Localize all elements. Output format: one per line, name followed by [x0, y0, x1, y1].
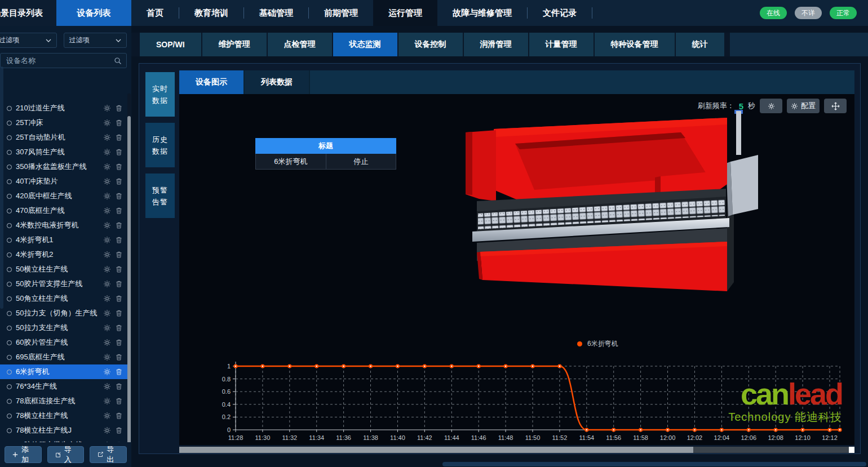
device-list-item[interactable]: 210过道生产线: [0, 101, 127, 115]
gear-icon[interactable]: [103, 295, 111, 303]
device-list-item[interactable]: 60胶片管生产线: [0, 335, 127, 350]
subnav-status-monitor[interactable]: 状态监测: [333, 33, 398, 56]
tab-device-list[interactable]: 设备列表: [56, 0, 131, 26]
gear-icon[interactable]: [103, 309, 111, 317]
trash-icon[interactable]: [115, 163, 123, 171]
gear-icon[interactable]: [103, 236, 111, 244]
trash-icon[interactable]: [115, 207, 123, 215]
subnav-sop-wi[interactable]: SOP/WI: [140, 33, 202, 56]
device-list-item[interactable]: 25T自动垫片机: [0, 130, 127, 145]
menu-item-fault-maintenance[interactable]: 故障与维修管理: [437, 0, 527, 26]
settings-button[interactable]: [760, 99, 782, 113]
tab-device-diagram[interactable]: 设备图示: [179, 70, 245, 94]
menu-item-file-records[interactable]: 文件记录: [528, 0, 592, 26]
gear-icon[interactable]: [103, 119, 111, 127]
gear-icon[interactable]: [103, 207, 111, 215]
device-list-item[interactable]: 695底框生产线: [0, 350, 127, 364]
trash-icon[interactable]: [115, 192, 123, 200]
trash-icon[interactable]: [115, 148, 123, 156]
tab-scene-list[interactable]: 场景目录列表: [0, 0, 56, 26]
gear-icon[interactable]: [103, 397, 111, 405]
gear-icon[interactable]: [103, 104, 111, 112]
gear-icon[interactable]: [103, 265, 111, 273]
page-vertical-scrollbar[interactable]: [0, 66, 3, 309]
scrollbar-end-cap[interactable]: [849, 447, 854, 453]
trash-icon[interactable]: [115, 383, 123, 390]
trash-icon[interactable]: [115, 119, 123, 127]
gear-icon[interactable]: [103, 280, 111, 288]
trash-icon[interactable]: [115, 134, 123, 141]
subnav-lubrication[interactable]: 润滑管理: [464, 33, 529, 56]
gear-icon[interactable]: [103, 368, 111, 376]
tab-alarm-warning[interactable]: 预警告警: [145, 174, 175, 218]
device-list-item[interactable]: 78横立柱生产线J: [0, 423, 127, 438]
sidebar-scrollbar-thumb[interactable]: [127, 116, 131, 454]
device-list-item[interactable]: 4米折弯机2: [0, 247, 127, 262]
trash-icon[interactable]: [115, 397, 123, 405]
device-list-item[interactable]: 50拉力支生产线: [0, 321, 127, 335]
device-list-item[interactable]: 470底框生产线: [0, 203, 127, 218]
tab-history-data[interactable]: 历史数据: [145, 123, 175, 167]
trash-icon[interactable]: [115, 412, 123, 420]
device-list-item[interactable]: 50横立柱生产线: [0, 262, 127, 277]
gear-icon[interactable]: [103, 383, 111, 390]
gear-icon[interactable]: [103, 163, 111, 171]
trash-icon[interactable]: [115, 426, 123, 434]
device-list-item[interactable]: 76*34生产线: [0, 379, 127, 394]
gear-icon[interactable]: [103, 426, 111, 434]
trash-icon[interactable]: [115, 368, 123, 376]
device-list-item[interactable]: 4米折弯机1: [0, 233, 127, 247]
menu-item-operation-mgmt[interactable]: 运行管理: [373, 0, 437, 26]
device-list-item[interactable]: 40T冲床垫片: [0, 174, 127, 189]
device-list-item-selected[interactable]: 6米折弯机: [0, 364, 127, 379]
gear-icon[interactable]: [103, 251, 111, 259]
device-list-item[interactable]: 50拉力支（切角）生产线: [0, 306, 127, 321]
menu-item-training[interactable]: 教育培训: [179, 0, 243, 26]
trash-icon[interactable]: [115, 280, 123, 288]
trash-icon[interactable]: [115, 324, 123, 332]
gear-icon[interactable]: [103, 353, 111, 361]
import-button[interactable]: 导入: [47, 446, 85, 463]
device-list-item[interactable]: 50角立柱生产线: [0, 291, 127, 306]
filter-dropdown-2[interactable]: 过滤项: [64, 33, 127, 48]
trash-icon[interactable]: [115, 104, 123, 112]
config-button[interactable]: 配置: [787, 99, 820, 113]
menu-item-early-mgmt[interactable]: 前期管理: [309, 0, 373, 26]
chart-legend[interactable]: 6米折弯机: [577, 339, 618, 349]
machine-3d-view[interactable]: [457, 110, 758, 296]
trash-icon[interactable]: [115, 265, 123, 273]
trash-icon[interactable]: [115, 236, 123, 244]
scrollbar-thumb[interactable]: [179, 447, 693, 453]
subnav-metering[interactable]: 计量管理: [529, 33, 595, 56]
device-search-input[interactable]: [5, 56, 114, 65]
trash-icon[interactable]: [115, 339, 123, 346]
device-list-item[interactable]: 78底框连接生产线: [0, 394, 127, 408]
chart-horizontal-scrollbar[interactable]: [179, 447, 854, 453]
search-icon[interactable]: [114, 57, 122, 65]
device-list-item[interactable]: 50胶片管支撑生产线: [0, 277, 127, 291]
trash-icon[interactable]: [115, 353, 123, 361]
subnav-device-control[interactable]: 设备控制: [398, 33, 464, 56]
export-button[interactable]: 导出: [90, 446, 127, 463]
trash-icon[interactable]: [115, 177, 123, 185]
add-button[interactable]: 添加: [5, 446, 42, 463]
device-list-item[interactable]: 4米数控电液折弯机: [0, 218, 127, 233]
subnav-inspection[interactable]: 点检管理: [268, 33, 333, 56]
trash-icon[interactable]: [115, 251, 123, 259]
menu-item-home[interactable]: 首页: [131, 0, 179, 26]
gear-icon[interactable]: [103, 324, 111, 332]
gear-icon[interactable]: [103, 148, 111, 156]
device-list-item[interactable]: 350播水盆盖板生产线: [0, 159, 127, 174]
tab-list-data[interactable]: 列表数据: [245, 70, 310, 94]
filter-dropdown-1[interactable]: 过滤项: [0, 33, 57, 48]
page-horizontal-scrollbar[interactable]: [442, 462, 866, 466]
trash-icon[interactable]: [115, 295, 123, 303]
gear-icon[interactable]: [103, 339, 111, 346]
device-list-item[interactable]: 25T冲床: [0, 115, 127, 130]
subnav-special-equipment[interactable]: 特种设备管理: [595, 33, 676, 56]
device-list-item[interactable]: 307风筒生产线: [0, 145, 127, 159]
menu-item-basic-mgmt[interactable]: 基础管理: [244, 0, 308, 26]
device-list-item[interactable]: 78横立柱生产线: [0, 408, 127, 423]
subnav-statistics[interactable]: 统计: [676, 33, 725, 56]
gear-icon[interactable]: [103, 192, 111, 200]
